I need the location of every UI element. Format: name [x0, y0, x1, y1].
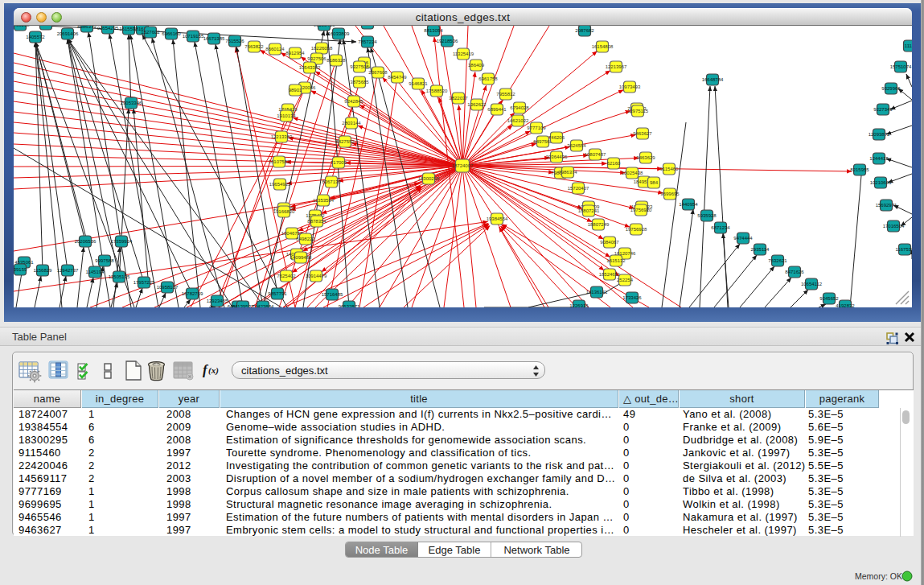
svg-text:1527602: 1527602: [141, 30, 160, 35]
svg-text:252254: 252254: [617, 278, 634, 282]
svg-text:93103413: 93103413: [314, 26, 335, 27]
svg-text:1112: 1112: [905, 43, 912, 48]
svg-text:12923465: 12923465: [207, 299, 228, 303]
svg-text:14136141: 14136141: [586, 290, 608, 295]
svg-text:18807249: 18807249: [588, 222, 610, 227]
svg-text:8215955: 8215955: [850, 167, 869, 172]
svg-text:9227349: 9227349: [873, 107, 893, 112]
svg-text:1362622: 1362622: [467, 102, 487, 107]
svg-text:96532871: 96532871: [339, 304, 360, 307]
svg-text:16671385: 16671385: [203, 36, 225, 41]
svg-text:12213363: 12213363: [271, 134, 293, 139]
svg-text:9463627: 9463627: [633, 131, 652, 136]
svg-text:10958107: 10958107: [157, 285, 179, 290]
svg-text:17359924: 17359924: [111, 239, 133, 244]
svg-text:39159: 39159: [14, 267, 27, 272]
svg-text:15751074: 15751074: [890, 64, 912, 69]
svg-text:8660124: 8660124: [265, 47, 285, 51]
svg-text:9084067: 9084067: [600, 240, 619, 245]
svg-text:4192832: 4192832: [836, 303, 855, 307]
svg-text:20206536: 20206536: [75, 239, 97, 244]
svg-text:11353594: 11353594: [313, 198, 335, 203]
svg-text:16782759: 16782759: [182, 291, 203, 296]
svg-text:17016504: 17016504: [883, 224, 905, 229]
svg-text:9600133: 9600133: [36, 26, 55, 27]
svg-text:18724007: 18724007: [452, 163, 474, 168]
svg-text:29053346: 29053346: [121, 101, 142, 105]
svg-text:1167533: 1167533: [896, 247, 912, 252]
svg-text:9329966: 9329966: [881, 86, 901, 91]
svg-text:8912954: 8912954: [285, 51, 305, 56]
svg-text:3822037: 3822037: [449, 96, 468, 101]
svg-text:1733426: 1733426: [622, 295, 642, 300]
svg-text:6966160: 6966160: [162, 31, 181, 36]
svg-text:20691406: 20691406: [57, 31, 79, 36]
svg-text:7955812: 7955812: [496, 92, 515, 97]
svg-text:98901: 98901: [289, 88, 302, 93]
svg-text:9146821: 9146821: [409, 81, 428, 86]
svg-text:2087682: 2087682: [575, 28, 594, 33]
svg-text:1244413: 1244413: [869, 156, 889, 161]
svg-text:6899441: 6899441: [487, 107, 507, 112]
svg-text:19384554: 19384554: [487, 216, 508, 221]
svg-text:16154808: 16154808: [592, 44, 614, 49]
svg-text:9115460: 9115460: [660, 167, 680, 171]
svg-text:717003: 717003: [331, 160, 347, 165]
svg-text:8186328: 8186328: [326, 58, 346, 63]
svg-text:7986374: 7986374: [558, 170, 577, 175]
svg-text:16033809: 16033809: [328, 31, 350, 36]
svg-text:12213967: 12213967: [606, 64, 627, 69]
svg-text:14621022: 14621022: [507, 118, 529, 123]
svg-text:9242845: 9242845: [344, 99, 363, 104]
svg-text:10719155: 10719155: [183, 34, 204, 39]
svg-text:15716485: 15716485: [322, 292, 343, 297]
svg-text:19756928: 19756928: [626, 227, 647, 232]
svg-text:18226058: 18226058: [311, 46, 333, 51]
svg-text:10025438: 10025438: [622, 171, 643, 175]
svg-text:64139537: 64139537: [232, 304, 254, 307]
svg-text:17588520: 17588520: [426, 89, 448, 93]
svg-text:1145194: 1145194: [86, 270, 105, 274]
svg-text:10543382: 10543382: [299, 65, 321, 70]
svg-text:746206: 746206: [548, 135, 565, 140]
svg-text:9857791: 9857791: [268, 291, 287, 296]
svg-text:10807487: 10807487: [585, 152, 606, 157]
svg-text:17957225: 17957225: [133, 280, 155, 285]
svg-text:8813054: 8813054: [424, 28, 443, 33]
svg-text:62160: 62160: [607, 161, 621, 166]
svg-text:12942737: 12942737: [57, 268, 79, 273]
svg-text:8878354: 8878354: [307, 219, 326, 224]
svg-text:0433218: 0433218: [14, 26, 30, 27]
svg-text:10107552: 10107552: [269, 159, 290, 164]
svg-text:18524651: 18524651: [599, 272, 621, 277]
svg-text:6794028: 6794028: [510, 105, 529, 110]
svg-text:11325419: 11325419: [453, 51, 474, 56]
svg-text:7625402: 7625402: [277, 274, 296, 278]
svg-text:10654112: 10654112: [801, 282, 823, 286]
svg-text:20364436: 20364436: [546, 154, 568, 159]
svg-text:9327508: 9327508: [350, 64, 369, 69]
svg-text:1156829: 1156829: [34, 268, 53, 273]
svg-text:18300295: 18300295: [418, 176, 440, 181]
svg-text:7857224: 7857224: [358, 39, 377, 44]
svg-text:9474444: 9474444: [733, 236, 753, 241]
svg-text:8471626: 8471626: [785, 270, 804, 274]
svg-text:984: 984: [650, 180, 659, 185]
svg-text:19166820: 19166820: [273, 209, 295, 214]
svg-text:1226916: 1226916: [569, 303, 589, 307]
svg-text:2367608: 2367608: [368, 70, 388, 75]
svg-text:16648784: 16648784: [702, 77, 724, 82]
svg-text:7515526: 7515526: [225, 39, 244, 43]
svg-text:5935928: 5935928: [697, 213, 717, 218]
svg-text:8267130: 8267130: [322, 179, 341, 184]
svg-text:9777109: 9777109: [527, 126, 546, 130]
svg-text:8454749: 8454749: [388, 75, 407, 80]
svg-text:19218506: 19218506: [437, 39, 458, 43]
svg-text:19654925: 19654925: [269, 182, 291, 187]
svg-text:9327506: 9327506: [307, 56, 326, 61]
svg-text:186409: 186409: [468, 63, 485, 68]
svg-text:2935114: 2935114: [751, 247, 770, 252]
svg-text:1615132: 1615132: [606, 258, 626, 263]
svg-text:7663822: 7663822: [244, 44, 264, 49]
svg-text:2803144: 2803144: [342, 121, 361, 126]
